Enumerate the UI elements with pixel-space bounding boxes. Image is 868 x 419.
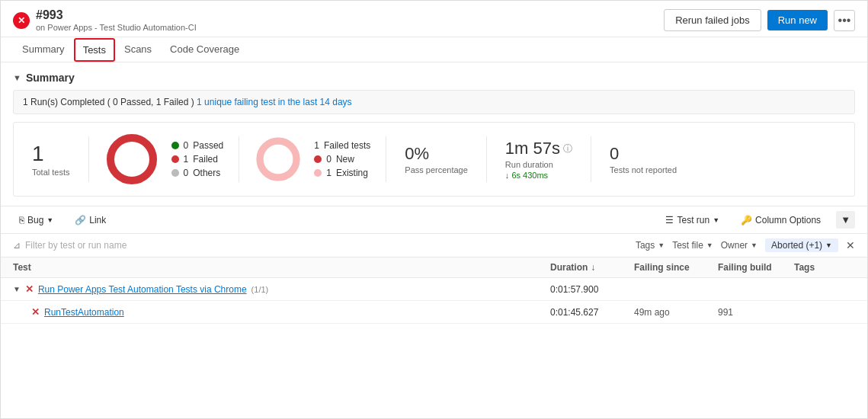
- toolbar-left: ⎘ Bug ▼ 🔗 Link: [13, 212, 112, 229]
- expand-icon[interactable]: ▼: [13, 285, 21, 293]
- pass-pct-value: 0%: [405, 144, 429, 164]
- test-link-child[interactable]: RunTestAutomation: [44, 307, 124, 318]
- fail-icon-child: ✕: [31, 306, 40, 318]
- tab-scans[interactable]: Scans: [115, 37, 161, 62]
- nav-tabs: Summary Tests Scans Code Coverage: [1, 37, 867, 62]
- summary-header[interactable]: ▼ Summary: [13, 72, 855, 84]
- filter-input-container: ⊿ Filter by test or run name: [13, 240, 127, 251]
- donut-chart: [104, 132, 159, 187]
- bug-dropdown-icon: ▼: [46, 216, 53, 224]
- filter-icon: ▼: [841, 214, 850, 225]
- legend-passed: 0 Passed: [171, 140, 224, 151]
- existing-dot: [314, 169, 322, 177]
- others-count: 0: [184, 168, 189, 178]
- banner-link[interactable]: 1 unique failing test in the last 14 day…: [197, 97, 351, 107]
- total-tests-label: Total tests: [32, 168, 70, 177]
- row-duration-child: 0:01:45.627: [550, 307, 634, 318]
- link-icon: 🔗: [75, 215, 86, 225]
- new-label: New: [336, 154, 354, 165]
- info-icon: ⓘ: [563, 142, 572, 155]
- owner-filter[interactable]: Owner ▼: [721, 240, 757, 251]
- tab-tests[interactable]: Tests: [74, 38, 115, 62]
- table-header: Test Duration ↓ Failing since Failing bu…: [1, 257, 867, 278]
- not-reported-block: 0 Tests not reported: [591, 144, 695, 174]
- col-header-failing-since: Failing since: [634, 262, 718, 273]
- title-left: ✕ #993 on Power Apps - Test Studio Autom…: [13, 8, 197, 32]
- test-link-parent[interactable]: Run Power Apps Test Automation Tests via…: [38, 284, 247, 295]
- tags-dropdown-icon: ▼: [658, 241, 665, 249]
- table-row: ✕ RunTestAutomation 0:01:45.627 49m ago …: [1, 301, 867, 324]
- failed-count: 1: [184, 154, 189, 165]
- link-button[interactable]: 🔗 Link: [69, 212, 112, 229]
- svg-point-3: [260, 141, 296, 178]
- col-header-tags: Tags: [794, 262, 855, 273]
- stats-row: 1 Total tests 0: [13, 122, 855, 197]
- legend-failed: 1 Failed: [171, 154, 224, 165]
- failed-donut-container: 1 Failed tests 0 New 1 Existing: [239, 136, 386, 183]
- filter-placeholder[interactable]: Filter by test or run name: [25, 240, 127, 251]
- build-subtitle: on Power Apps - Test Studio Automation-C…: [36, 23, 197, 32]
- banner-text: 1 Run(s) Completed ( 0 Passed, 1 Failed …: [23, 97, 194, 107]
- failed-donut-chart: [255, 136, 302, 183]
- row-test-name-parent: ▼ ✕ Run Power Apps Test Automation Tests…: [13, 283, 550, 295]
- column-options-button[interactable]: 🔑 Column Options: [735, 212, 827, 229]
- run-new-button[interactable]: Run new: [767, 10, 828, 30]
- build-info: #993 on Power Apps - Test Studio Automat…: [36, 8, 197, 32]
- build-title: #993: [36, 8, 197, 22]
- toolbar: ⎘ Bug ▼ 🔗 Link ☰ Test run ▼ 🔑 Column Opt: [1, 206, 867, 234]
- others-label: Others: [193, 168, 220, 178]
- failed-tests-count: 1: [314, 140, 319, 151]
- not-reported-label: Tests not reported: [610, 165, 677, 174]
- passed-label: Passed: [193, 140, 223, 151]
- pass-pct-block: 0% Pass percentage: [386, 144, 486, 174]
- total-tests-value: 1: [32, 142, 44, 166]
- more-options-button[interactable]: •••: [834, 10, 855, 31]
- filter-funnel-icon: ⊿: [13, 240, 21, 251]
- aborted-filter[interactable]: Aborted (+1) ▼: [765, 238, 838, 252]
- testrun-dropdown-icon: ▼: [713, 216, 719, 224]
- donut-legend: 0 Passed 1 Failed 0 Others: [171, 140, 224, 178]
- tab-code-coverage[interactable]: Code Coverage: [161, 37, 248, 62]
- column-options-icon: 🔑: [741, 215, 752, 225]
- run-duration-value: 1m 57s: [505, 139, 560, 158]
- filter-bar: ⊿ Filter by test or run name Tags ▼ Test…: [1, 234, 867, 257]
- col-header-test: Test: [13, 262, 550, 273]
- more-icon: •••: [838, 14, 851, 27]
- clear-filter-button[interactable]: ✕: [846, 239, 855, 251]
- failed-label: Failed: [193, 154, 218, 165]
- legend-failed-tests: 1 Failed tests: [314, 140, 370, 151]
- not-reported-value: 0: [610, 144, 619, 164]
- testrun-icon: ☰: [665, 215, 674, 225]
- tags-filter[interactable]: Tags ▼: [636, 240, 665, 251]
- testfile-filter[interactable]: Test file ▼: [672, 240, 713, 251]
- new-count: 0: [326, 154, 332, 165]
- test-run-button[interactable]: ☰ Test run ▼: [659, 212, 725, 229]
- legend-new: 0 New: [314, 154, 370, 165]
- svg-point-1: [111, 138, 153, 181]
- passed-dot: [171, 142, 179, 149]
- existing-label: Existing: [336, 168, 368, 178]
- bug-icon: ⎘: [19, 215, 24, 225]
- others-dot: [171, 169, 179, 177]
- failed-donut-legend: 1 Failed tests 0 New 1 Existing: [314, 140, 370, 178]
- chevron-down-icon: ▼: [13, 73, 21, 82]
- bug-button[interactable]: ⎘ Bug ▼: [13, 212, 59, 229]
- col-header-failing-build: Failing build: [718, 262, 794, 273]
- close-button[interactable]: ✕: [13, 12, 30, 29]
- rerun-failed-jobs-button[interactable]: Rerun failed jobs: [664, 9, 761, 31]
- tab-summary[interactable]: Summary: [13, 37, 74, 62]
- failed-dot: [171, 155, 179, 163]
- sort-icon: ↓: [591, 262, 595, 273]
- col-header-duration[interactable]: Duration ↓: [550, 262, 634, 273]
- existing-count: 1: [326, 168, 332, 178]
- filter-icon-button[interactable]: ▼: [836, 211, 855, 229]
- failed-tests-label: Failed tests: [324, 140, 370, 151]
- row-duration-parent: 0:01:57.900: [550, 284, 634, 295]
- title-bar: ✕ #993 on Power Apps - Test Studio Autom…: [1, 1, 867, 37]
- summary-section: ▼ Summary 1 Run(s) Completed ( 0 Passed,…: [13, 72, 855, 197]
- test-count: (1/1): [251, 285, 269, 294]
- legend-others: 0 Others: [171, 168, 224, 178]
- testfile-dropdown-icon: ▼: [706, 241, 713, 249]
- row-test-name-child: ✕ RunTestAutomation: [31, 306, 550, 318]
- main-content: ▼ Summary 1 Run(s) Completed ( 0 Passed,…: [1, 62, 867, 418]
